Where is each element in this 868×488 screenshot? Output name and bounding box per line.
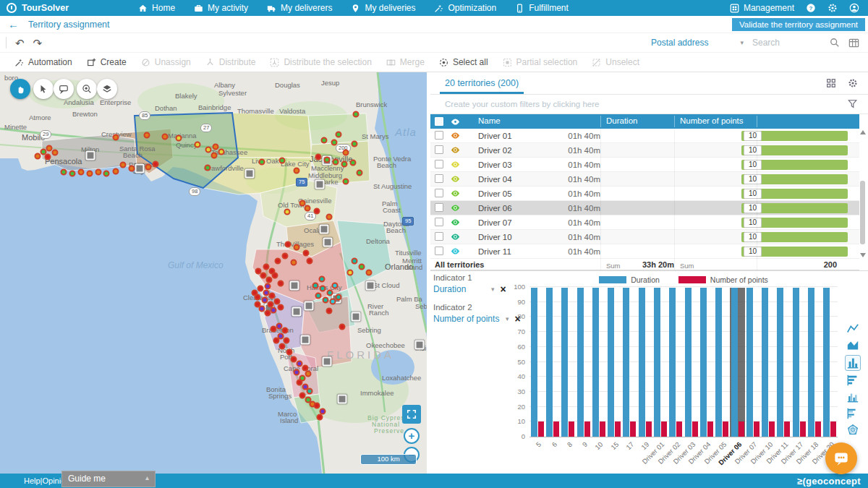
bar-group-15[interactable] [606, 288, 621, 437]
bar-group-5[interactable] [529, 288, 545, 437]
grouped-bar-chart-icon[interactable] [846, 406, 860, 421]
bar-group-driver-10[interactable] [760, 288, 775, 437]
scrollbar-thumb[interactable] [860, 181, 865, 244]
delivery-point-marker[interactable] [278, 281, 284, 287]
delivery-point-marker[interactable] [205, 147, 212, 153]
delivery-point-marker[interactable] [153, 161, 159, 168]
delivery-point-marker[interactable] [333, 159, 339, 166]
depot-marker[interactable] [323, 357, 332, 367]
delivery-point-marker[interactable] [278, 304, 284, 311]
bar-group-6[interactable] [545, 288, 560, 437]
depot-marker[interactable] [415, 341, 425, 350]
help-icon[interactable]: ? [806, 3, 816, 13]
delivery-point-marker[interactable] [218, 149, 225, 155]
search-type-dropdown[interactable]: Postal address ▾ [651, 38, 744, 48]
delivery-point-marker[interactable] [271, 326, 277, 333]
nav-item-fulfillment[interactable]: Fulfillment [515, 3, 569, 13]
bar-group-driver-03[interactable] [684, 288, 699, 437]
delivery-point-marker[interactable] [320, 286, 326, 292]
delivery-point-marker[interactable] [317, 414, 323, 421]
toolbar-select-all-button[interactable]: Select all [439, 57, 488, 67]
table-scrollbar[interactable] [859, 130, 866, 257]
bar-group-9[interactable] [576, 288, 591, 437]
delivery-point-marker[interactable] [330, 299, 336, 305]
delivery-point-marker[interactable] [279, 343, 286, 350]
delivery-point-marker[interactable] [314, 403, 320, 409]
delivery-point-marker[interactable] [314, 208, 320, 215]
delivery-point-marker[interactable] [273, 338, 280, 344]
bar-group-driver-20[interactable] [822, 288, 838, 437]
bar-group-driver-05[interactable] [715, 288, 730, 437]
validate-territory-button[interactable]: Validate the territory assignment [732, 18, 865, 31]
delivery-point-marker[interactable] [271, 307, 277, 314]
row-visibility-eye-icon[interactable] [451, 218, 460, 227]
delivery-point-marker[interactable] [357, 170, 363, 176]
row-checkbox[interactable] [435, 203, 443, 212]
delivery-point-marker[interactable] [307, 388, 313, 395]
delivery-point-marker[interactable] [61, 169, 67, 176]
back-arrow-icon[interactable]: ← [8, 19, 19, 30]
delivery-point-marker[interactable] [312, 283, 319, 289]
delivery-point-marker[interactable] [120, 162, 127, 168]
delivery-point-marker[interactable] [259, 159, 265, 166]
search-input[interactable] [752, 38, 821, 48]
delivery-point-marker[interactable] [285, 241, 292, 248]
scroll-up-arrow[interactable] [860, 130, 866, 134]
row-checkbox[interactable] [435, 131, 443, 140]
delivery-point-marker[interactable] [255, 301, 261, 308]
delivery-point-marker[interactable] [294, 369, 300, 376]
nav-item-optimization[interactable]: Optimization [434, 3, 496, 13]
indicator-1-remove-icon[interactable]: × [501, 284, 506, 294]
delivery-point-marker[interactable] [103, 171, 110, 177]
redo-icon[interactable]: ↷ [33, 38, 43, 48]
delivery-point-marker[interactable] [113, 168, 119, 175]
bar-group-10[interactable] [591, 288, 606, 437]
delivery-point-marker[interactable] [279, 158, 286, 164]
delivery-point-marker[interactable] [284, 209, 291, 215]
bar-group-driver-07[interactable] [745, 288, 760, 437]
delivery-point-marker[interactable] [282, 328, 289, 334]
bar-group-driver-02[interactable] [668, 288, 684, 437]
map-zoom-in-button[interactable]: + [404, 428, 420, 444]
delivery-point-marker[interactable] [336, 294, 342, 301]
depot-marker[interactable] [305, 301, 314, 311]
scroll-down-arrow[interactable] [860, 253, 866, 257]
bar-group-driver-04[interactable] [699, 288, 714, 437]
nav-item-management[interactable]: Management [730, 3, 794, 13]
nav-item-my-deliveries[interactable]: My deliveries [351, 3, 415, 13]
delivery-point-marker[interactable] [307, 258, 313, 265]
delivery-point-marker[interactable] [87, 171, 93, 177]
column-chart-icon[interactable] [845, 355, 861, 371]
delivery-point-marker[interactable] [69, 171, 76, 177]
delivery-point-marker[interactable] [323, 297, 329, 304]
depot-marker[interactable] [338, 395, 347, 404]
delivery-point-marker[interactable] [252, 290, 258, 296]
delivery-point-marker[interactable] [176, 135, 182, 142]
depot-marker[interactable] [323, 238, 333, 247]
delivery-point-marker[interactable] [195, 142, 201, 148]
delivery-point-marker[interactable] [145, 164, 152, 171]
delivery-point-marker[interactable] [291, 260, 297, 266]
row-visibility-eye-icon[interactable] [451, 131, 460, 140]
line-chart-icon[interactable] [846, 322, 860, 336]
row-visibility-eye-icon[interactable] [451, 247, 460, 256]
delivery-point-marker[interactable] [35, 153, 41, 160]
delivery-point-marker[interactable] [294, 168, 300, 174]
nav-item-home[interactable]: Home [138, 3, 175, 13]
table-row-driver-01[interactable]: Driver 0101h 40m10 [430, 129, 859, 143]
delivery-point-marker[interactable] [78, 169, 85, 176]
toolbar-automation-button[interactable]: Automation [14, 57, 72, 67]
user-avatar-icon[interactable] [849, 3, 859, 13]
delivery-point-marker[interactable] [332, 283, 339, 289]
table-row-driver-06[interactable]: Driver 0601h 40m10 [430, 201, 859, 215]
depot-marker[interactable] [292, 307, 302, 317]
delivery-point-marker[interactable] [319, 276, 326, 283]
delivery-point-marker[interactable] [162, 134, 169, 140]
column-points[interactable]: Number of points [680, 116, 744, 125]
indicator-1-select[interactable]: Duration [433, 284, 485, 294]
depot-marker[interactable] [366, 281, 375, 291]
row-visibility-eye-icon[interactable] [451, 145, 460, 155]
map-layers-tool[interactable] [97, 79, 117, 99]
depot-marker[interactable] [245, 169, 255, 179]
delivery-point-marker[interactable] [305, 205, 311, 212]
